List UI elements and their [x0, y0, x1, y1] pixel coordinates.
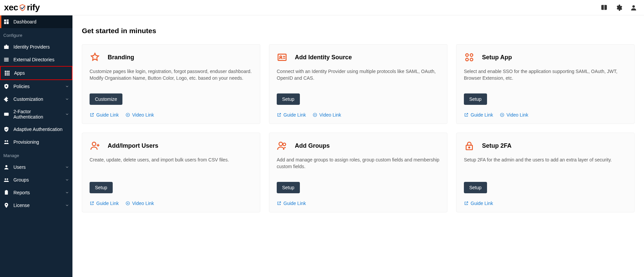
logo[interactable]: xec rify: [4, 2, 40, 13]
svg-point-0: [632, 5, 635, 7]
shield-icon: [19, 3, 26, 12]
book-icon[interactable]: [600, 4, 608, 11]
logo-text-left: xec: [4, 2, 18, 13]
topbar-right: [600, 4, 637, 11]
gear-icon[interactable]: [615, 4, 623, 11]
user-icon[interactable]: [630, 4, 637, 11]
topbar: xec rify: [0, 0, 644, 15]
logo-text-right: rify: [27, 2, 40, 13]
